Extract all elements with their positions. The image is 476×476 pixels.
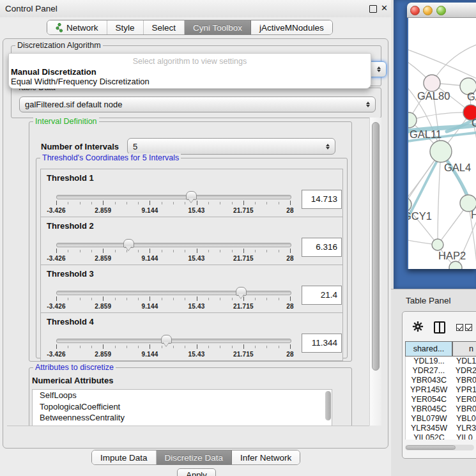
slider-tick (68, 298, 68, 300)
network-canvas[interactable]: GAL80GACGAL11GAL4GCY1HHAP2 (408, 18, 476, 269)
network-window-titlebar[interactable] (407, 3, 476, 18)
settings-scrollbar[interactable] (369, 118, 381, 426)
slider-thumb[interactable] (161, 335, 172, 344)
cell-name[interactable]: YBR0 (452, 404, 476, 414)
cell-shared-name[interactable]: YDR27... (406, 366, 452, 376)
close-icon[interactable]: ✕ (381, 3, 388, 13)
control-panel-window: Control Panel ✕ NetworkStyleSelectCyni T… (0, 0, 391, 476)
numerical-attributes-list[interactable]: SelfLoopsTopologicalCoefficientBetweenne… (32, 389, 332, 426)
algorithm-option-equal-width-frequency[interactable]: Equal Width/Frequency Discretization (11, 77, 150, 86)
number-of-intervals-combobox[interactable]: 5 (127, 138, 335, 155)
tab-jactivemnodules[interactable]: jActiveMNodules (251, 20, 332, 35)
cell-name[interactable]: YDL1 (452, 357, 476, 366)
cell-shared-name[interactable]: YIL052C (406, 433, 452, 440)
threshold-value-field[interactable]: 21.4 (302, 286, 342, 305)
network-node-gal80[interactable] (424, 75, 440, 91)
cell-shared-name[interactable]: YER054C (406, 395, 452, 404)
threshold-value-field[interactable]: 14.713 (302, 190, 342, 209)
slider-track[interactable] (56, 243, 291, 247)
slider-tick (220, 250, 220, 252)
cell-name[interactable]: YBL0 (452, 414, 476, 424)
table-row[interactable]: YER054CYER0 (406, 395, 476, 404)
cell-shared-name[interactable]: YDL19... (406, 357, 452, 366)
network-edge (409, 112, 471, 120)
minimize-traffic-light-icon[interactable] (423, 6, 433, 15)
checkbox-checked-icon[interactable] (465, 324, 472, 331)
network-node-label: GAL11 (410, 128, 441, 140)
cell-name[interactable]: YER0 (452, 395, 476, 404)
table-row[interactable]: YBR045CYBR0 (406, 404, 476, 414)
table-hscrollbar[interactable] (405, 445, 474, 450)
slider-tick (91, 346, 92, 348)
network-node-hap2[interactable] (432, 239, 443, 250)
threshold-value-field[interactable]: 11.344 (302, 334, 342, 353)
tab-cyni-toolbox[interactable]: Cyni Toolbox (185, 20, 251, 35)
close-traffic-light-icon[interactable] (410, 6, 420, 15)
threshold-slider[interactable]: -3.4262.8599.14415.4321.71528 (56, 335, 290, 359)
column-header-shared[interactable]: shared... (405, 341, 452, 357)
apply-button[interactable]: Apply (177, 468, 216, 476)
zoom-traffic-light-icon[interactable] (436, 6, 446, 15)
gear-icon[interactable] (412, 321, 424, 334)
cell-shared-name[interactable]: YBR043C (406, 376, 452, 385)
cell-name[interactable]: YIL0 (452, 433, 476, 440)
table-row[interactable]: YBR043CYBR0 (406, 376, 476, 385)
cell-shared-name[interactable]: YBL079W (406, 414, 452, 424)
columns-icon[interactable] (434, 321, 445, 334)
threshold-slider[interactable]: -3.4262.8599.14415.4321.71528 (56, 191, 290, 215)
slider-track[interactable] (56, 291, 291, 295)
stepper-icon (366, 102, 370, 107)
float-icon[interactable] (369, 5, 377, 13)
slider-tick (208, 298, 209, 300)
checkbox-checked-icon[interactable] (456, 324, 463, 331)
tab-infer-network[interactable]: Infer Network (232, 450, 300, 464)
attribute-item-topologicalcoefficient[interactable]: TopologicalCoefficient (33, 401, 332, 413)
threshold-value-field[interactable]: 6.316 (302, 238, 342, 257)
settings-scrollbar-thumb[interactable] (372, 122, 380, 371)
cell-shared-name[interactable]: YLR345W (406, 424, 452, 433)
attribute-item-selfloops[interactable]: SelfLoops (33, 390, 332, 401)
table-row[interactable]: YPR145WYPR1 (406, 385, 476, 395)
slider-track[interactable] (56, 339, 291, 343)
slider-tick (103, 201, 104, 205)
table-data-combobox[interactable]: galFiltered.sif default node (19, 96, 376, 112)
cell-shared-name[interactable]: YBR045C (406, 404, 452, 414)
cell-name[interactable]: YPR1 (452, 385, 476, 395)
slider-tick (127, 298, 127, 300)
table-row[interactable]: YDL19...YDL1 (406, 357, 476, 366)
table-row[interactable]: YBL079WYBL0 (406, 414, 476, 424)
cell-shared-name[interactable]: YPR145W (406, 385, 452, 395)
table-body[interactable]: YDL19...YDL1YDR27...YDR2YBR043CYBR0YPR14… (405, 357, 476, 440)
network-node-label: GA (467, 91, 476, 102)
tab-select[interactable]: Select (144, 20, 185, 35)
column-header-name[interactable]: n (452, 341, 476, 357)
attribute-item-betweennesscentrality[interactable]: BetweennessCentrality (33, 412, 332, 424)
slider-tick (91, 298, 92, 300)
node-table: shared... n YDL19...YDL1YDR27...YDR2YBR0… (405, 341, 476, 440)
cyni-toolbox-panel: Discretization Algorithm Table Data galF… (3, 38, 388, 449)
algorithm-option-manual-discretization[interactable]: Manual Discretization (11, 67, 96, 77)
cell-name[interactable]: YLR3 (452, 424, 476, 433)
slider-thumb[interactable] (186, 191, 197, 200)
tab-style[interactable]: Style (107, 20, 144, 35)
slider-thumb[interactable] (123, 239, 134, 248)
table-panel: Table Panel shared... n YDL19...YDL1YDR2… (391, 289, 476, 476)
network-node-gal4[interactable] (430, 141, 452, 162)
table-row[interactable]: YDR27...YDR2 (406, 366, 476, 376)
cell-name[interactable]: YDR2 (452, 366, 476, 376)
slider-thumb[interactable] (236, 287, 247, 296)
tab-network[interactable]: Network (47, 20, 107, 35)
slider-tick (80, 298, 81, 300)
threshold-slider[interactable]: -3.4262.8599.14415.4321.71528 (56, 239, 290, 263)
threshold-slider[interactable]: -3.4262.8599.14415.4321.71528 (56, 287, 290, 311)
table-row[interactable]: YIL052CYIL0 (406, 433, 476, 440)
network-node-label: GAL80 (417, 90, 450, 102)
tab-discretize-data[interactable]: Discretize Data (157, 450, 233, 464)
slider-track[interactable] (56, 195, 291, 199)
table-hscrollbar-thumb[interactable] (406, 445, 456, 450)
list-scrollbar-thumb[interactable] (325, 391, 331, 420)
cell-name[interactable]: YBR0 (452, 376, 476, 385)
table-row[interactable]: YLR345WYLR3 (406, 424, 476, 433)
tab-impute-data[interactable]: Impute Data (92, 450, 157, 464)
slider-tick (80, 346, 81, 348)
